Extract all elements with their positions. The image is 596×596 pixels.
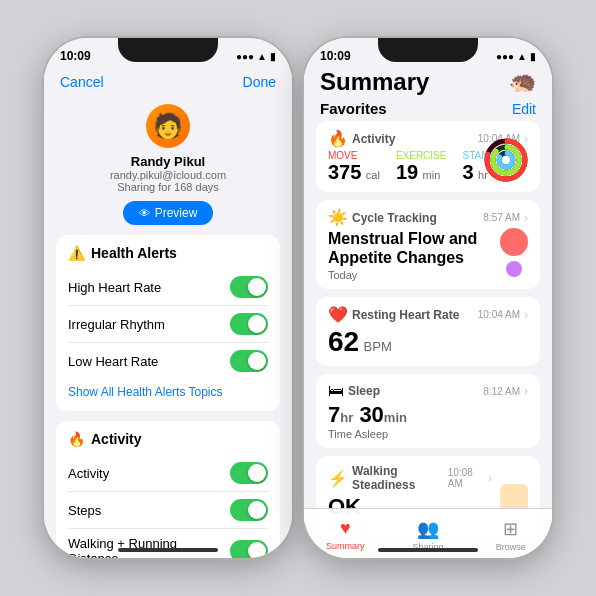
- walking-title-row: ⚡ Walking Steadiness: [328, 464, 448, 492]
- move-value: 375: [328, 161, 361, 183]
- toggle-row-walking: Walking + Running Distance: [68, 529, 268, 558]
- exercise-value: 19: [396, 161, 418, 183]
- tab-browse-label: Browse: [496, 542, 526, 552]
- profile-name: Randy Pikul: [131, 154, 205, 169]
- move-metric: MOVE 375 cal: [328, 150, 380, 184]
- sleep-card-title: Sleep: [348, 384, 380, 398]
- activity-title-row: 🔥 Activity: [328, 129, 395, 148]
- left-header: Cancel Done: [44, 68, 292, 98]
- walking-icon: ⚡: [328, 469, 348, 488]
- toggle-row-activity: Activity: [68, 455, 268, 492]
- cycle-dot-red: [500, 228, 528, 256]
- exercise-metric: EXERCISE 19 min: [396, 150, 447, 184]
- user-avatar-right: 🦔: [509, 69, 536, 95]
- cancel-button[interactable]: Cancel: [60, 74, 104, 90]
- heart-title-row: ❤️ Resting Heart Rate: [328, 305, 459, 324]
- sharing-tab-icon: 👥: [417, 518, 439, 540]
- sleep-title-row: 🛏 Sleep: [328, 382, 380, 400]
- time-left: 10:09: [60, 49, 91, 63]
- cycle-heading: Menstrual Flow and Appetite Changes: [328, 229, 488, 267]
- activity-card-icon: 🔥: [328, 129, 348, 148]
- walking-card-header: ⚡ Walking Steadiness 10:08 AM ›: [328, 464, 492, 492]
- right-phone: 10:09 ●●● ▲ ▮ Summary 🦔 Favorites Edit: [304, 38, 552, 558]
- sleep-hours: 7hr 30min: [328, 402, 407, 427]
- sleep-chevron: ›: [524, 384, 528, 398]
- stand-value: 3: [462, 161, 473, 183]
- high-heart-label: High Heart Rate: [68, 280, 161, 295]
- avatar-emoji: 🧑: [153, 112, 183, 140]
- profile-days: Sharing for 168 days: [117, 181, 219, 193]
- summary-title: Summary: [320, 68, 429, 96]
- time-right: 10:09: [320, 49, 351, 63]
- heart-chevron: ›: [524, 308, 528, 322]
- eye-icon: 👁: [139, 207, 150, 219]
- toggle-row-steps: Steps: [68, 492, 268, 529]
- battery-icon-right: ▮: [530, 51, 536, 62]
- tab-sharing[interactable]: 👥 Sharing: [387, 518, 470, 552]
- favorites-label: Favorites: [320, 100, 387, 117]
- avatar: 🧑: [146, 104, 190, 148]
- exercise-label: EXERCISE: [396, 150, 447, 161]
- wifi-icon-right: ▲: [517, 51, 527, 62]
- heart-icon: ❤️: [328, 305, 348, 324]
- wifi-icon: ▲: [257, 51, 267, 62]
- heart-rate-value: 62: [328, 326, 359, 357]
- toggle-row-irregular: Irregular Rhythm: [68, 306, 268, 343]
- move-unit: cal: [366, 169, 380, 181]
- profile-section: 🧑 Randy Pikul randy.pikul@icloud.com Sha…: [44, 98, 292, 235]
- notch: [118, 38, 218, 62]
- heart-rate-display: 62 BPM: [328, 326, 528, 358]
- activity-card-title: Activity: [352, 132, 395, 146]
- heart-card-header: ❤️ Resting Heart Rate 10:04 AM ›: [328, 305, 528, 324]
- cycle-card-title: Cycle Tracking: [352, 211, 437, 225]
- health-alerts-title: Health Alerts: [91, 245, 177, 261]
- exercise-unit: min: [423, 169, 441, 181]
- battery-icon: ▮: [270, 51, 276, 62]
- status-icons-left: ●●● ▲ ▮: [236, 51, 276, 62]
- flame-icon: 🔥: [68, 431, 85, 447]
- toggle-row-low-heart: Low Heart Rate: [68, 343, 268, 379]
- walking-time: 10:08 AM: [448, 467, 484, 489]
- profile-email: randy.pikul@icloud.com: [110, 169, 226, 181]
- sleep-card[interactable]: 🛏 Sleep 8:12 AM › 7hr 30min Time Asleep: [316, 374, 540, 448]
- preview-button[interactable]: 👁 Preview: [123, 201, 214, 225]
- show-health-topics-link[interactable]: Show All Health Alerts Topics: [68, 379, 268, 401]
- move-label: MOVE: [328, 150, 380, 161]
- health-alerts-card: ⚠️ Health Alerts High Heart Rate Irregul…: [56, 235, 280, 411]
- irregular-label: Irregular Rhythm: [68, 317, 165, 332]
- favorites-row: Favorites Edit: [304, 98, 552, 121]
- high-heart-toggle[interactable]: [230, 276, 268, 298]
- cycle-card-header: ☀️ Cycle Tracking 8:57 AM ›: [328, 208, 528, 227]
- preview-label: Preview: [155, 206, 198, 220]
- cycle-time: 8:57 AM: [483, 212, 520, 223]
- status-icons-right: ●●● ▲ ▮: [496, 51, 536, 62]
- activity-header: 🔥 Activity: [68, 431, 268, 447]
- steps-toggle[interactable]: [230, 499, 268, 521]
- steps-label: Steps: [68, 503, 101, 518]
- warning-icon: ⚠️: [68, 245, 85, 261]
- sleep-sub: Time Asleep: [328, 428, 528, 440]
- cycle-sub: Today: [328, 269, 488, 281]
- svg-point-5: [499, 153, 513, 167]
- sleep-time: 8:12 AM: [483, 386, 520, 397]
- home-indicator-left: [118, 548, 218, 552]
- cycle-tracking-card[interactable]: ☀️ Cycle Tracking 8:57 AM › Menstrual Fl…: [316, 200, 540, 289]
- sleep-icon: 🛏: [328, 382, 344, 400]
- tab-summary-label: Summary: [326, 541, 365, 551]
- tab-browse[interactable]: ⊞ Browse: [469, 518, 552, 552]
- heart-rate-card[interactable]: ❤️ Resting Heart Rate 10:04 AM › 62 BPM: [316, 297, 540, 366]
- done-button[interactable]: Done: [243, 74, 276, 90]
- activity-summary-card[interactable]: 🔥 Activity 10:04 AM › MOVE 375 cal: [316, 121, 540, 192]
- sleep-display: 7hr 30min Time Asleep: [328, 402, 528, 440]
- walking-toggle[interactable]: [230, 540, 268, 558]
- low-heart-toggle[interactable]: [230, 350, 268, 372]
- tab-summary[interactable]: ♥ Summary: [304, 518, 387, 551]
- activity-rings: [484, 138, 528, 182]
- irregular-toggle[interactable]: [230, 313, 268, 335]
- home-indicator-right: [378, 548, 478, 552]
- cycle-title-row: ☀️ Cycle Tracking: [328, 208, 437, 227]
- edit-button[interactable]: Edit: [512, 101, 536, 117]
- browse-tab-icon: ⊞: [503, 518, 518, 540]
- walking-label: Walking + Running Distance: [68, 536, 230, 558]
- activity-toggle[interactable]: [230, 462, 268, 484]
